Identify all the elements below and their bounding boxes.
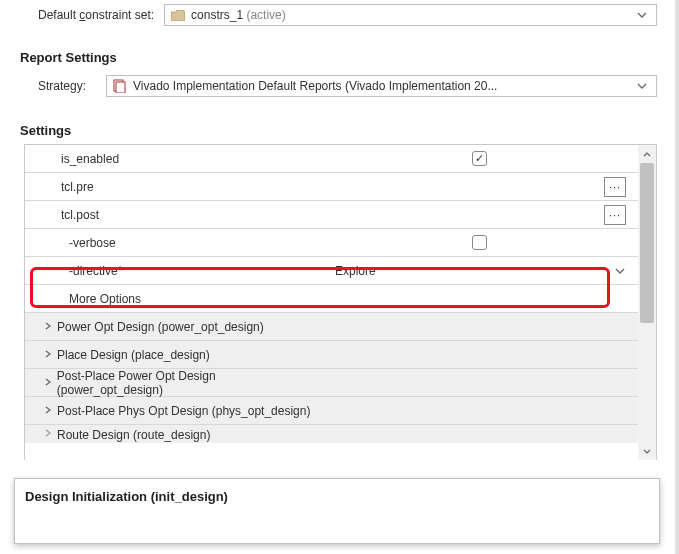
prop-row-is-enabled[interactable]: is_enabled ✓ — [25, 145, 638, 173]
prop-row-more-options[interactable]: More Options — [25, 285, 638, 313]
report-settings-header: Report Settings — [18, 36, 657, 71]
prop-row-tcl-post[interactable]: tcl.post ··· — [25, 201, 638, 229]
category-row[interactable]: Place Design (place_design) — [25, 341, 638, 369]
scroll-down-icon[interactable] — [638, 442, 656, 460]
chevron-down-icon — [634, 83, 650, 89]
chevron-right-icon — [43, 321, 53, 332]
svg-rect-1 — [116, 82, 125, 93]
browse-button[interactable]: ··· — [604, 177, 626, 197]
category-row[interactable]: Route Design (route_design) — [25, 425, 638, 443]
description-panel: Design Initialization (init_design) — [14, 478, 660, 544]
chevron-right-icon — [43, 405, 53, 416]
category-label: Route Design (route_design) — [57, 428, 210, 442]
chevron-right-icon — [43, 428, 53, 439]
prop-row-verbose[interactable]: -verbose — [25, 229, 638, 257]
settings-grid: is_enabled ✓ tcl.pre ··· tcl.post ··· -v… — [24, 144, 657, 460]
directive-combo[interactable]: Explore — [329, 260, 630, 282]
prop-name: tcl.post — [25, 208, 321, 222]
description-title: Design Initialization (init_design) — [25, 489, 649, 504]
chevron-right-icon — [43, 349, 53, 360]
folder-icon — [171, 10, 185, 21]
browse-button[interactable]: ··· — [604, 205, 626, 225]
checkbox-unchecked[interactable] — [472, 235, 487, 250]
category-row[interactable]: Power Opt Design (power_opt_design) — [25, 313, 638, 341]
constraint-set-dropdown[interactable]: constrs_1 (active) — [164, 4, 657, 26]
chevron-right-icon — [43, 377, 53, 388]
directive-value: Explore — [335, 264, 612, 278]
reports-icon — [113, 79, 127, 93]
checkbox-checked[interactable]: ✓ — [472, 151, 487, 166]
category-label: Power Opt Design (power_opt_design) — [57, 320, 264, 334]
category-label: Post-Place Power Opt Design (power_opt_d… — [57, 369, 321, 397]
prop-name: More Options — [25, 292, 321, 306]
category-label: Place Design (place_design) — [57, 348, 210, 362]
settings-header: Settings — [18, 109, 657, 144]
prop-row-tcl-pre[interactable]: tcl.pre ··· — [25, 173, 638, 201]
prop-name: -verbose — [25, 236, 321, 250]
prop-name: tcl.pre — [25, 180, 321, 194]
prop-row-directive[interactable]: -directive* Explore — [25, 257, 638, 285]
category-row[interactable]: Post-Place Phys Opt Design (phys_opt_des… — [25, 397, 638, 425]
strategy-value: Vivado Implementation Default Reports (V… — [133, 79, 634, 93]
prop-name: is_enabled — [25, 152, 321, 166]
scroll-up-icon[interactable] — [638, 145, 656, 163]
category-label: Post-Place Phys Opt Design (phys_opt_des… — [57, 404, 310, 418]
constraint-set-value: constrs_1 (active) — [191, 8, 634, 22]
constraint-set-label: Default constraint set: — [38, 8, 154, 22]
chevron-down-icon — [634, 12, 650, 18]
chevron-down-icon — [612, 268, 628, 274]
strategy-dropdown[interactable]: Vivado Implementation Default Reports (V… — [106, 75, 657, 97]
category-row[interactable]: Post-Place Power Opt Design (power_opt_d… — [25, 369, 638, 397]
scrollbar[interactable] — [638, 145, 656, 460]
scrollbar-thumb[interactable] — [640, 163, 654, 323]
strategy-label: Strategy: — [38, 79, 94, 93]
prop-name: -directive* — [25, 264, 321, 278]
